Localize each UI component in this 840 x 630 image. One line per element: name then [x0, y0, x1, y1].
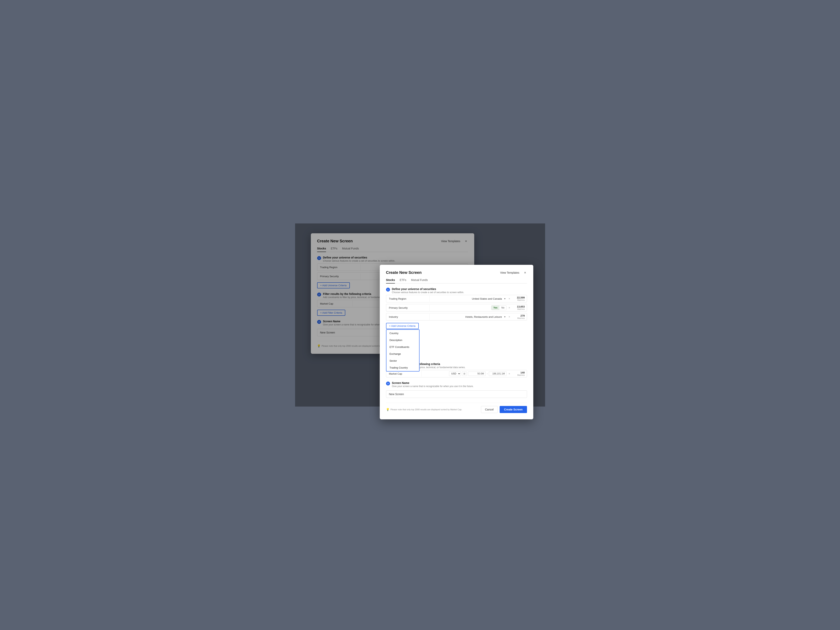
screen-name-input-fg[interactable] [386, 390, 527, 398]
industry-row-fg: Industry Hotels, Restaurants and Leisure… [386, 313, 527, 321]
primary-security-toggle-fg: Yes No [491, 305, 507, 310]
industry-matches-fg: 279 Matches [513, 314, 527, 319]
dropdown-item-exchange[interactable]: Exchange [387, 351, 419, 357]
tab-stocks-fg[interactable]: Stocks [386, 278, 395, 284]
range-separator-fg: - [487, 372, 488, 375]
primary-security-matches-fg: 13,653 Matches [513, 305, 527, 310]
tab-mutual-funds-fg[interactable]: Mutual Funds [411, 278, 428, 284]
view-templates-link-fg[interactable]: View Templates [500, 271, 519, 274]
trading-region-clear-fg[interactable]: × [508, 297, 511, 300]
toggle-no-fg[interactable]: No [499, 306, 506, 310]
filter-icon-fg: ⊞ [462, 371, 467, 376]
footer-actions-fg: Cancel Create Screen [481, 406, 527, 413]
step3-desc-fg: Give your screen a name that is recogniz… [392, 385, 474, 388]
primary-security-label-fg: Primary Security [386, 305, 429, 311]
dropdown-item-etf-constituents[interactable]: ETF Constituents [387, 344, 419, 351]
range-from-fg[interactable] [468, 371, 486, 376]
dropdown-item-trading-country[interactable]: Trading Country [387, 364, 419, 371]
trading-region-row-fg: Trading Region United States and Canada … [386, 295, 527, 302]
footer-note-text-fg: Please note that only top 2000 results a… [390, 408, 462, 411]
market-cap-label-fg: Market Cap [386, 371, 422, 377]
primary-security-clear-fg[interactable]: × [508, 306, 511, 309]
step1-number-fg: 1 [386, 287, 390, 292]
industry-label-fg: Industry [386, 314, 429, 320]
trading-region-arrow-fg: ▼ [504, 298, 506, 300]
trading-region-matches-fg: 22,599 Matches [513, 296, 527, 301]
close-button-fg[interactable]: × [523, 270, 527, 275]
currency-select-fg[interactable]: USD [449, 371, 461, 376]
market-cap-clear-fg[interactable]: × [508, 372, 511, 376]
primary-security-row-fg: Primary Security Yes No × 13,653 Matches [386, 304, 527, 311]
create-screen-button-fg[interactable]: Create Screen [500, 406, 527, 413]
step1-desc-fg: Choose various features to create a set … [392, 291, 464, 294]
step3-number-fg: 3 [386, 382, 390, 385]
step1-title-fg: Define your universe of securities [392, 287, 464, 291]
modal-fg-header: Create New Screen View Templates × [386, 270, 527, 275]
toggle-yes-fg[interactable]: Yes [491, 306, 499, 310]
step1-fg: 1 Define your universe of securities Cho… [386, 287, 527, 329]
add-universe-criteria-btn-fg[interactable]: + Add Universe Criteria [386, 323, 419, 329]
trading-region-value-fg: United States and Canada [431, 297, 503, 300]
step3-title-fg: Screen Name [392, 381, 474, 385]
modal-fg-title: Create New Screen [386, 270, 422, 275]
step3-fg: 3 Screen Name Give your screen a name th… [386, 381, 527, 398]
tab-etfs-fg[interactable]: ETFs [399, 278, 406, 284]
industry-value-fg: Hotels, Restaurants and Leisure [431, 316, 503, 318]
dropdown-item-country[interactable]: Country [387, 330, 419, 337]
dropdown-item-sector[interactable]: Sector [387, 357, 419, 364]
modal-fg-footer: 💡 Please note that only top 2000 results… [386, 403, 527, 413]
universe-criteria-dropdown-fg: Country Description ETF Constituents Exc… [386, 329, 420, 371]
trading-region-label-fg: Trading Region [386, 296, 429, 302]
industry-arrow-fg: ▼ [504, 316, 506, 318]
bulb-icon-fg: 💡 [386, 408, 389, 411]
market-cap-matches-fg: 140 Matches [513, 371, 527, 376]
cancel-button-fg[interactable]: Cancel [481, 406, 498, 413]
tabs-fg: Stocks ETFs Mutual Funds [386, 278, 527, 284]
dropdown-item-description[interactable]: Description [387, 337, 419, 344]
range-to-fg[interactable] [489, 371, 507, 376]
modal-foreground: Create New Screen View Templates × Stock… [380, 265, 533, 419]
industry-clear-fg[interactable]: × [508, 315, 511, 319]
